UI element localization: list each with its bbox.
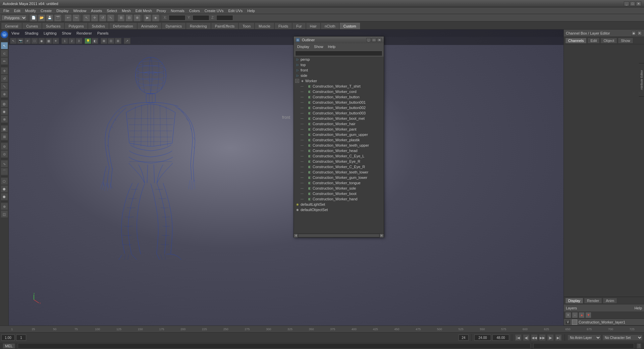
outliner-item-plastik[interactable]: — ◧ Construction_Worker_plastik <box>294 137 384 143</box>
cb-icon1[interactable]: ◈ <box>631 31 636 36</box>
maximize-button[interactable]: □ <box>630 1 635 6</box>
outliner-content[interactable]: ▷ persp ▷ top ▷ front ▷ side - ◈ Worker … <box>294 57 384 233</box>
menu-edit-mesh[interactable]: Edit Mesh <box>133 8 154 13</box>
outliner-item-side[interactable]: ▷ side <box>294 73 384 78</box>
outliner-item-sole[interactable]: — ◧ Construction_Worker_sole <box>294 186 384 191</box>
z-input[interactable] <box>216 15 233 20</box>
rotate-button[interactable]: ↺ <box>1 75 8 82</box>
tab-toon[interactable]: Toon <box>239 23 254 29</box>
menu-help[interactable]: Help <box>245 8 257 13</box>
outliner-close-button[interactable]: ✕ <box>377 38 382 42</box>
outliner-scroll-right-btn[interactable]: ▶ <box>380 234 384 238</box>
play-back-button[interactable]: ◀◀ <box>531 334 538 341</box>
annotation-button[interactable]: ⊙ <box>1 150 8 158</box>
snap-grid[interactable]: ⊞ <box>117 14 125 21</box>
outliner-item-hair[interactable]: — ◧ Construction_Worker_hair <box>294 121 384 127</box>
cb-icon2[interactable]: ✕ <box>637 31 642 36</box>
play-forward-button[interactable]: ▶▶ <box>539 334 546 341</box>
layer-tab-render[interactable]: Render <box>584 298 602 304</box>
outliner-item-gum-lower[interactable]: — ◧ Construction_Worker_gum_lower <box>294 175 384 180</box>
layer-visible-toggle[interactable]: V <box>565 319 571 325</box>
vp-wireframe-btn[interactable]: □ <box>31 38 38 44</box>
rotate-tool[interactable]: ↺ <box>99 14 106 21</box>
tab-deformation[interactable]: Deformation <box>109 23 137 29</box>
menu-window[interactable]: Window <box>71 8 88 13</box>
outliner-scroll-left-btn[interactable]: ◀ <box>294 234 298 238</box>
outliner-minimize-button[interactable]: _ <box>366 38 371 42</box>
layer-btn2[interactable]: - <box>572 312 578 318</box>
outliner-item-worker[interactable]: - ◈ Worker <box>294 78 384 84</box>
tab-hair[interactable]: Hair <box>306 23 320 29</box>
ep-curve-button[interactable]: ⌒ <box>1 168 8 175</box>
no-anim-layer-dropdown[interactable]: No Anim Layer <box>568 335 601 341</box>
vp-normalize-btn[interactable]: ⊞ <box>115 38 121 44</box>
step-back-button[interactable]: ◀| <box>523 334 530 341</box>
viewport-shading-menu[interactable]: Shading <box>25 31 38 35</box>
outliner-maximize-button[interactable]: □ <box>372 38 376 42</box>
layer-tab-display[interactable]: Display <box>565 298 583 304</box>
save-button[interactable]: 💾 <box>46 14 53 21</box>
poly-btn3[interactable]: ⬣ <box>1 193 8 200</box>
worker-expand-btn[interactable]: - <box>295 79 299 83</box>
menu-modify[interactable]: Modify <box>23 8 38 13</box>
minimize-button[interactable]: _ <box>624 1 629 6</box>
outliner-item-button003[interactable]: — ◧ Construction_Worker_button003 <box>294 110 384 116</box>
vp-iso-btn[interactable]: ⊠ <box>101 38 107 44</box>
tab-fluids[interactable]: Fluids <box>275 23 292 29</box>
current-frame-input[interactable]: 1 <box>16 335 26 341</box>
tab-surfaces[interactable]: Surfaces <box>42 23 64 29</box>
outliner-item-eye-r[interactable]: — ◧ Construction_Worker_Eye_R <box>294 159 384 164</box>
snap-point[interactable]: ⊕ <box>133 14 141 21</box>
vp-camera-btn[interactable]: 📷 <box>17 38 24 44</box>
menu-colors[interactable]: Colors <box>187 8 202 13</box>
outliner-item-button001[interactable]: — ◧ Construction_Worker_button001 <box>294 100 384 105</box>
y-input[interactable] <box>193 15 209 20</box>
channel-box-icons[interactable]: ◈ ✕ <box>631 31 642 36</box>
tab-rendering[interactable]: Rendering <box>186 23 211 29</box>
go-to-start-button[interactable]: |◀ <box>515 334 522 341</box>
vp-shading2[interactable]: 2 <box>68 38 75 44</box>
menu-assets[interactable]: Assets <box>89 8 104 13</box>
tab-subdivs[interactable]: Subdivs <box>88 23 109 29</box>
tab-curves[interactable]: Curves <box>22 23 42 29</box>
cb-tab-edit[interactable]: Edit <box>587 38 600 44</box>
menu-create[interactable]: Create <box>39 8 54 13</box>
scale-button[interactable]: ⤡ <box>1 83 8 90</box>
region-cut-button[interactable]: ⊛ <box>1 203 8 210</box>
curve-button[interactable]: ∿ <box>1 160 8 167</box>
outliner-item-button[interactable]: — ◧ Construction_Worker_button <box>294 94 384 100</box>
open-button[interactable]: 📂 <box>38 14 45 21</box>
lasso-button[interactable]: ⊂ <box>1 50 8 57</box>
anim-start-input[interactable]: 24.00 <box>474 335 491 341</box>
tab-dynamics[interactable]: Dynamics <box>162 23 185 29</box>
layer-btn3[interactable]: 🔺 <box>579 312 585 318</box>
cb-tab-channels[interactable]: Channels <box>565 38 587 44</box>
last-tool-button[interactable]: ⊕ <box>1 90 8 98</box>
outliner-item-front[interactable]: ▷ front <box>294 67 384 73</box>
command-input[interactable] <box>18 343 531 349</box>
menu-display[interactable]: Display <box>54 8 70 13</box>
polygon-dropdown[interactable]: Polygons <box>1 15 27 21</box>
redo-button[interactable]: ↪ <box>72 14 80 21</box>
outliner-item-tshirt[interactable]: — ◧ Construction_Worker_T_shirt <box>294 84 384 89</box>
menu-file[interactable]: File <box>1 8 11 13</box>
tab-muscle[interactable]: Muscle <box>255 23 274 29</box>
viewport-renderer-menu[interactable]: Renderer <box>76 31 92 35</box>
paint-select-button[interactable]: ✏ <box>1 57 8 65</box>
tab-polygons[interactable]: Polygons <box>65 23 87 29</box>
go-to-end-button[interactable]: ▶| <box>555 334 562 341</box>
snap-curve[interactable]: ⊟ <box>125 14 133 21</box>
outliner-display-menu[interactable]: Display <box>295 44 311 49</box>
outliner-item-tongue[interactable]: — ◧ Construction_Worker_tongue <box>294 180 384 186</box>
move-button[interactable]: ✛ <box>1 67 8 74</box>
menu-mesh[interactable]: Mesh <box>120 8 133 13</box>
outliner-item-gum-upper[interactable]: — ◧ Construction_Worker_gum_upper <box>294 132 384 137</box>
close-button[interactable]: ✕ <box>636 1 641 6</box>
viewport-panels-menu[interactable]: Panels <box>97 31 109 35</box>
outliner-win-controls[interactable]: _ □ ✕ <box>366 38 382 42</box>
outliner-item-head[interactable]: — ◧ Construction_Worker_head <box>294 148 384 153</box>
move-tool[interactable]: ✛ <box>91 14 98 21</box>
undo-button[interactable]: ↩ <box>64 14 72 21</box>
menu-edit-uvs[interactable]: Edit UVs <box>226 8 245 13</box>
end-range-input[interactable]: 24 <box>459 335 469 341</box>
